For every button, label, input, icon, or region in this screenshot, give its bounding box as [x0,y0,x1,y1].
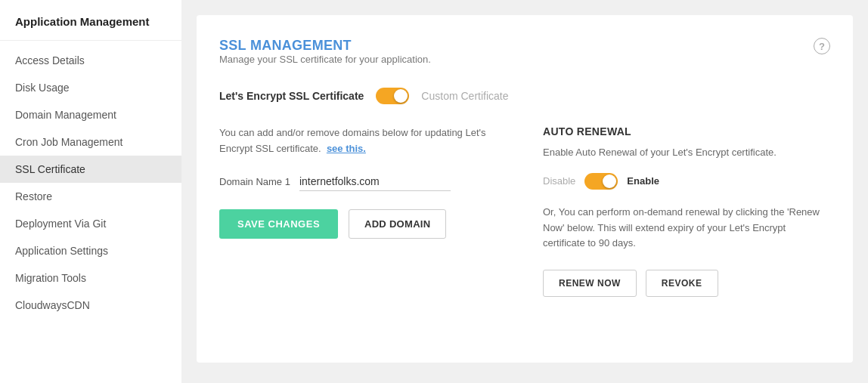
sidebar-item-cloudwayscdn[interactable]: CloudwaysCDN [0,292,181,319]
ssl-management-title: SSL MANAGEMENT [219,38,431,54]
renewal-buttons: RENEW NOW REVOKE [543,270,830,297]
sidebar-item-restore[interactable]: Restore [0,183,181,210]
lets-encrypt-label: Let's Encrypt SSL Certificate [219,90,364,102]
disable-label: Disable [543,175,575,187]
auto-renewal-panel: AUTO RENEWAL Enable Auto Renewal of your… [543,125,830,297]
auto-renewal-desc: Enable Auto Renewal of your Let's Encryp… [543,145,830,161]
domain-section: You can add and/or remove domains below … [219,125,513,297]
domain-name-label: Domain Name 1 [219,176,290,187]
enable-label: Enable [627,175,659,187]
info-text: You can add and/or remove domains below … [219,125,513,157]
card-header: SSL MANAGEMENT Manage your SSL certifica… [219,38,830,83]
custom-cert-label: Custom Certificate [421,90,508,102]
sidebar-title: Application Management [0,15,181,41]
sidebar-item-application-settings[interactable]: Application Settings [0,237,181,264]
sidebar-item-deployment-via-git[interactable]: Deployment Via Git [0,210,181,237]
sidebar: Application Management Access DetailsDis… [0,0,181,383]
action-buttons: SAVE CHANGES ADD DOMAIN [219,209,513,239]
auto-renewal-toggle[interactable] [584,173,618,190]
ssl-management-subtitle: Manage your SSL certificate for your app… [219,54,431,65]
sidebar-item-migration-tools[interactable]: Migration Tools [0,264,181,292]
add-domain-button[interactable]: ADD DOMAIN [349,209,447,239]
save-changes-button[interactable]: SAVE CHANGES [219,209,338,239]
ssl-management-card: SSL MANAGEMENT Manage your SSL certifica… [197,15,853,363]
domain-field-row: Domain Name 1 [219,172,513,191]
content-layout: You can add and/or remove domains below … [219,125,830,297]
sidebar-item-access-details[interactable]: Access Details [0,47,181,74]
sidebar-item-ssl-certificate[interactable]: SSL Certificate [0,156,181,183]
sidebar-item-domain-management[interactable]: Domain Management [0,101,181,128]
sidebar-nav: Access DetailsDisk UsageDomain Managemen… [0,47,181,319]
renewal-note: Or, You can perform on-demand renewal by… [543,205,830,252]
ssl-toggle-row: Let's Encrypt SSL Certificate Custom Cer… [219,88,830,104]
renewal-toggle-row: Disable Enable [543,173,830,190]
ssl-toggle[interactable] [376,88,409,104]
renew-now-button[interactable]: RENEW NOW [543,270,637,297]
sidebar-item-disk-usage[interactable]: Disk Usage [0,74,181,101]
page-title: SSL MANAGEMENT Manage your SSL certifica… [219,38,431,83]
help-icon[interactable]: ? [814,38,830,54]
auto-renewal-title: AUTO RENEWAL [543,125,830,137]
see-this-link[interactable]: see this. [327,143,366,154]
domain-name-input[interactable] [299,172,451,191]
revoke-button[interactable]: REVOKE [646,270,718,297]
main-content: SSL MANAGEMENT Manage your SSL certifica… [181,0,868,383]
sidebar-item-cron-job-management[interactable]: Cron Job Management [0,128,181,156]
